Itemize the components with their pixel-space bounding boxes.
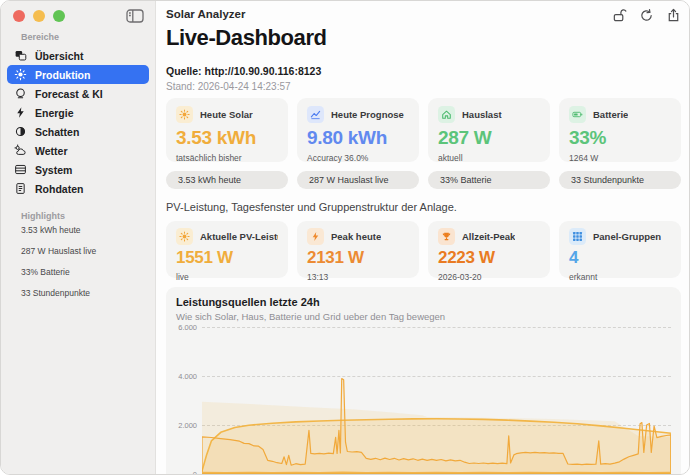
stat-card-panel-gruppen: Panel-Gruppen 4 erkannt xyxy=(559,221,681,278)
section-note: PV-Leistung, Tagesfenster und Gruppenstr… xyxy=(166,201,681,214)
stat-value: 2223 W xyxy=(438,248,540,268)
stat-subtitle: tatsächlich bisher xyxy=(176,153,278,163)
stats-row-primary: Heute Solar 3.53 kWh tatsächlich bisher … xyxy=(166,98,681,162)
sidebar-item-label: Schatten xyxy=(35,126,79,138)
chip: 33 Stundenpunkte xyxy=(559,171,681,189)
stat-label: Panel-Gruppen xyxy=(593,231,661,242)
stat-card-peak-heute: Peak heute 2131 W 13:13 xyxy=(297,221,419,278)
stat-value: 287 W xyxy=(438,127,540,149)
stat-label: Batterie xyxy=(593,109,628,120)
stats-row-secondary: Aktuelle PV-Leistung 1551 W live Peak he… xyxy=(166,221,681,278)
stat-value: 2131 W xyxy=(307,248,409,268)
sidebar-item-wetter[interactable]: Wetter xyxy=(7,141,149,160)
chart-series-svg xyxy=(202,327,671,474)
stat-label: Heute Solar xyxy=(200,109,253,120)
sidebar-item-label: Forecast & KI xyxy=(35,88,103,100)
sidebar-toggle-icon[interactable] xyxy=(126,9,144,23)
stat-label: Allzeit-Peak xyxy=(462,231,515,242)
document-icon xyxy=(14,182,27,195)
stat-card-heute-solar: Heute Solar 3.53 kWh tatsächlich bisher xyxy=(166,98,288,162)
toolbar xyxy=(612,8,681,23)
sidebar-item-label: System xyxy=(35,164,72,176)
lock-open-icon[interactable] xyxy=(612,8,627,23)
zoom-window-button[interactable] xyxy=(53,10,65,22)
bolt-icon xyxy=(307,228,324,245)
highlight-item: 287 W Hauslast live xyxy=(21,246,155,256)
sidebar-item-label: Übersicht xyxy=(35,50,83,62)
summary-chips: 3.53 kWh heute 287 W Hauslast live 33% B… xyxy=(166,171,681,189)
sidebar-item-produktion[interactable]: Produktion xyxy=(7,65,149,84)
stat-label: Peak heute xyxy=(331,231,381,242)
crystal-ball-icon xyxy=(14,87,27,100)
bolt-icon xyxy=(14,106,27,119)
stat-subtitle: 13:13 xyxy=(307,272,409,282)
weather-icon xyxy=(14,144,27,157)
stat-subtitle: live xyxy=(176,272,278,282)
y-axis-labels: 6.000 4.000 2.000 0 xyxy=(176,327,202,474)
stat-subtitle: 2026-03-20 xyxy=(438,272,540,282)
stat-card-allzeit-peak: Allzeit-Peak 2223 W 2026-03-20 xyxy=(428,221,550,278)
share-icon[interactable] xyxy=(666,8,681,23)
sidebar-item-system[interactable]: System xyxy=(7,160,149,179)
stat-subtitle: aktuell xyxy=(438,153,540,163)
sun-icon xyxy=(176,106,193,123)
sidebar: Bereiche Übersicht xyxy=(1,1,156,474)
stat-subtitle: Accuracy 36.0% xyxy=(307,153,409,163)
sidebar-item-schatten[interactable]: Schatten xyxy=(7,122,149,141)
y-tick: 0 xyxy=(193,470,197,474)
sun-icon xyxy=(14,68,27,81)
close-window-button[interactable] xyxy=(13,10,25,22)
chart-plot-area: 6.000 4.000 2.000 0 xyxy=(176,327,671,474)
stat-card-batterie: Batterie 33% 1264 W xyxy=(559,98,681,162)
stat-subtitle: 1264 W xyxy=(569,153,671,163)
battery-icon xyxy=(569,106,586,123)
chart-title: Leistungsquellen letzte 24h xyxy=(176,296,671,308)
grid-icon xyxy=(569,228,586,245)
line-chart-icon xyxy=(307,106,324,123)
sidebar-item-forecast-ki[interactable]: Forecast & KI xyxy=(7,84,149,103)
stat-value: 1551 W xyxy=(176,248,278,268)
stat-value: 4 xyxy=(569,248,671,268)
y-tick: 4.000 xyxy=(178,372,197,381)
app-window: Bereiche Übersicht xyxy=(0,0,690,475)
sidebar-item-label: Produktion xyxy=(35,69,90,81)
stat-value: 9.80 kWh xyxy=(307,127,409,149)
app-title: Solar Analyzer xyxy=(166,8,245,20)
sidebar-item-label: Rohdaten xyxy=(35,183,83,195)
last-updated: Stand: 2026-04-24 14:23:57 xyxy=(166,81,681,92)
highlight-item: 33 Stundenpunkte xyxy=(21,288,155,298)
sidebar-item-label: Energie xyxy=(35,107,74,119)
sidebar-section-areas: Bereiche xyxy=(21,32,155,42)
chart-canvas xyxy=(202,327,671,474)
stat-label: Aktuelle PV-Leistung xyxy=(200,231,278,242)
sidebar-nav: Übersicht Produktion xyxy=(1,46,155,198)
chart-card: Leistungsquellen letzte 24h Wie sich Sol… xyxy=(166,287,681,474)
refresh-icon[interactable] xyxy=(639,8,654,23)
y-tick: 6.000 xyxy=(178,323,197,332)
chip: 33% Batterie xyxy=(428,171,550,189)
overview-icon xyxy=(14,49,27,62)
stat-subtitle: erkannt xyxy=(569,272,671,282)
stat-label: Heute Prognose xyxy=(331,109,404,120)
sun-icon xyxy=(176,228,193,245)
trophy-icon xyxy=(438,228,455,245)
main-content: Solar Analyzer Live-Dashboard Quelle: ht… xyxy=(156,1,689,474)
half-circle-icon xyxy=(14,125,27,138)
stat-value: 3.53 kWh xyxy=(176,127,278,149)
minimize-window-button[interactable] xyxy=(33,10,45,22)
stat-label: Hauslast xyxy=(462,109,502,120)
chart-subtitle: Wie sich Solar, Haus, Batterie und Grid … xyxy=(176,311,671,322)
sidebar-section-highlights: Highlights xyxy=(21,211,155,221)
source-url: Quelle: http://10.90.90.116:8123 xyxy=(166,65,681,77)
sidebar-item-rohdaten[interactable]: Rohdaten xyxy=(7,179,149,198)
chip: 3.53 kWh heute xyxy=(166,171,288,189)
sidebar-item-uebersicht[interactable]: Übersicht xyxy=(7,46,149,65)
y-tick: 2.000 xyxy=(178,421,197,430)
page-title: Live-Dashboard xyxy=(166,26,681,50)
house-icon xyxy=(438,106,455,123)
highlight-item: 33% Batterie xyxy=(21,267,155,277)
sidebar-item-energie[interactable]: Energie xyxy=(7,103,149,122)
highlight-item: 3.53 kWh heute xyxy=(21,225,155,235)
stat-card-aktuelle-pv: Aktuelle PV-Leistung 1551 W live xyxy=(166,221,288,278)
server-icon xyxy=(14,163,27,176)
